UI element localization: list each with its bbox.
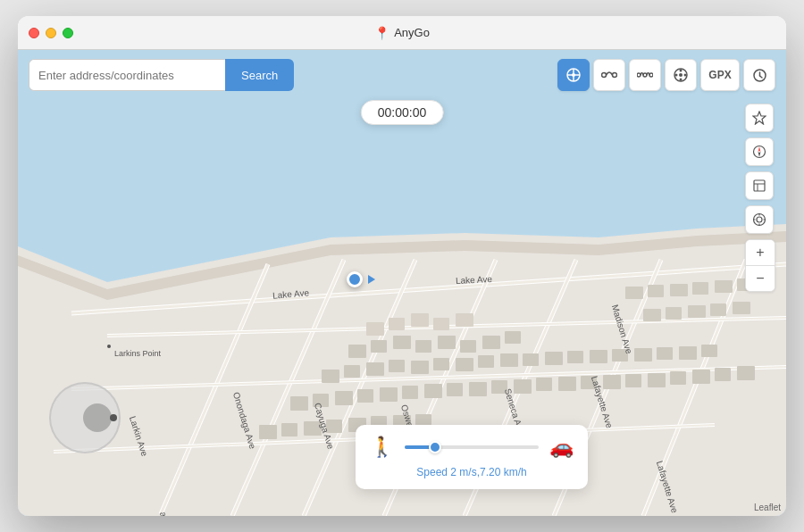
my-location-button[interactable]	[745, 205, 774, 234]
svg-point-106	[679, 73, 683, 77]
svg-rect-53	[657, 347, 673, 360]
svg-rect-54	[679, 346, 697, 360]
svg-rect-93	[688, 305, 706, 318]
svg-rect-85	[625, 287, 643, 299]
svg-rect-48	[545, 352, 563, 365]
svg-rect-70	[603, 375, 621, 389]
svg-point-100	[602, 73, 607, 78]
zoom-in-button[interactable]: +	[746, 240, 775, 265]
svg-marker-117	[758, 152, 761, 157]
svg-rect-76	[737, 366, 755, 380]
search-group: Search	[29, 59, 294, 91]
svg-rect-79	[304, 421, 322, 436]
svg-point-102	[637, 73, 641, 77]
svg-rect-37	[505, 331, 521, 344]
svg-rect-77	[259, 425, 277, 439]
pin-circle	[347, 271, 363, 287]
svg-point-122	[757, 217, 762, 222]
svg-rect-45	[478, 355, 494, 368]
svg-rect-118	[754, 180, 765, 191]
speed-slider-track[interactable]	[405, 445, 539, 449]
map-toolbar: Search	[29, 59, 775, 91]
minimize-button[interactable]	[46, 28, 56, 38]
zoom-out-button[interactable]: −	[746, 266, 775, 291]
speed-value: 2 m/s,7.20 km/h	[450, 466, 526, 478]
svg-rect-31	[371, 340, 387, 353]
speed-label: Speed 2 m/s,7.20 km/h	[370, 466, 574, 478]
svg-rect-34	[438, 336, 456, 349]
app-window: 📍 AnyGo	[18, 16, 786, 516]
svg-rect-64	[469, 382, 487, 396]
map-area[interactable]: Lake Ave Lake Ave Larkins Point Larkin A…	[18, 50, 786, 516]
svg-rect-80	[326, 420, 342, 433]
svg-rect-50	[590, 350, 607, 363]
svg-rect-26	[389, 318, 405, 330]
svg-rect-60	[380, 387, 398, 402]
svg-rect-25	[366, 322, 384, 336]
close-button[interactable]	[29, 28, 39, 38]
speed-modes: 🚶 🚗	[370, 436, 574, 459]
maximize-button[interactable]	[63, 28, 73, 38]
speed-slider-fill	[405, 445, 431, 449]
svg-rect-71	[625, 374, 641, 387]
svg-rect-65	[491, 380, 507, 394]
svg-rect-38	[322, 370, 339, 383]
teleport-mode-button[interactable]	[557, 59, 590, 91]
svg-rect-51	[612, 349, 628, 362]
svg-point-99	[572, 73, 575, 77]
history-button[interactable]	[743, 59, 775, 91]
svg-point-109	[680, 70, 683, 72]
svg-rect-95	[733, 302, 750, 314]
svg-rect-56	[290, 396, 308, 411]
timer-badge: 00:00:00	[361, 100, 444, 125]
svg-rect-94	[710, 303, 726, 316]
svg-point-108	[675, 74, 678, 77]
compass-button[interactable]	[745, 137, 774, 166]
svg-rect-58	[335, 391, 353, 405]
app-icon: 📍	[374, 26, 389, 40]
speed-text: Speed	[416, 466, 448, 478]
app-title: 📍 AnyGo	[374, 26, 430, 40]
location-pin	[347, 269, 368, 290]
walk-icon: 🚶	[370, 436, 394, 459]
svg-line-113	[759, 76, 762, 78]
svg-rect-63	[447, 383, 463, 396]
svg-rect-52	[634, 348, 652, 362]
svg-point-104	[649, 73, 653, 77]
one-stop-route-button[interactable]	[593, 59, 625, 91]
gpx-button[interactable]: GPX	[700, 59, 740, 91]
svg-rect-30	[348, 345, 366, 358]
svg-rect-91	[643, 309, 661, 321]
svg-rect-74	[692, 370, 710, 384]
joystick-control[interactable]	[49, 382, 121, 453]
pin-arrow	[368, 275, 375, 284]
multi-stop-route-button[interactable]	[629, 59, 661, 91]
svg-rect-62	[424, 384, 442, 398]
svg-rect-42	[411, 361, 429, 374]
svg-rect-44	[456, 358, 473, 371]
svg-rect-78	[281, 423, 297, 436]
svg-rect-67	[536, 378, 552, 391]
svg-rect-41	[389, 360, 405, 372]
map-view-button[interactable]	[745, 171, 774, 200]
search-button[interactable]: Search	[225, 59, 294, 91]
svg-rect-88	[692, 282, 708, 295]
joystick-outer[interactable]	[49, 382, 121, 453]
favorites-button[interactable]	[745, 104, 774, 132]
svg-rect-75	[715, 368, 731, 381]
svg-rect-43	[433, 358, 449, 370]
svg-rect-33	[415, 340, 431, 353]
svg-point-103	[643, 73, 647, 77]
search-input[interactable]	[29, 59, 225, 91]
app-title-text: AnyGo	[394, 26, 430, 39]
svg-point-101	[613, 73, 617, 78]
svg-rect-73	[670, 371, 686, 385]
svg-rect-66	[514, 379, 532, 394]
speed-slider-thumb[interactable]	[429, 441, 441, 453]
svg-rect-92	[666, 307, 682, 320]
zoom-controls: + −	[745, 239, 775, 292]
joystick-mode-button[interactable]	[665, 59, 697, 91]
joystick-inner	[83, 403, 112, 432]
svg-rect-49	[567, 351, 583, 363]
svg-rect-72	[648, 373, 666, 387]
